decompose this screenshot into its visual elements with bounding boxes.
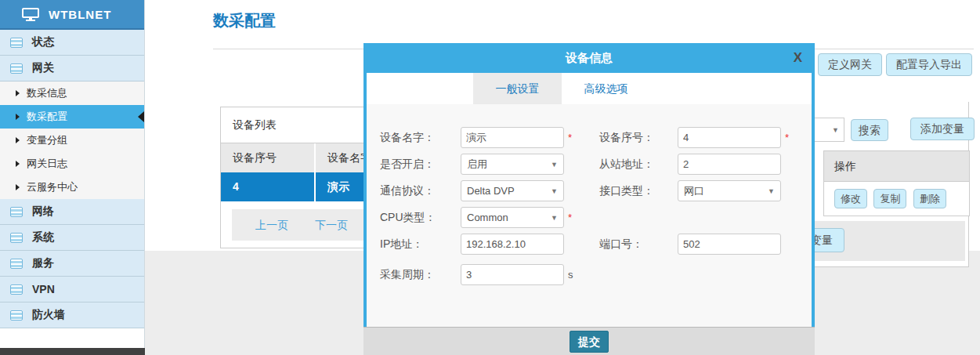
caret-right-icon: [16, 184, 20, 190]
cpu-type-select[interactable]: Common ▼: [461, 207, 564, 228]
sidebar-item-label: VPN: [32, 283, 55, 295]
close-icon[interactable]: X: [794, 49, 802, 67]
device-index-input[interactable]: [678, 127, 781, 148]
modal-body: 设备名字： * 设备序号： * 是否开启： 启用 ▼ 从站地址： 通信协议： D…: [367, 104, 812, 327]
table-icon: [10, 233, 23, 243]
sidebar-item-label: 云服务中心: [27, 180, 78, 194]
table-icon: [10, 207, 23, 217]
modal-footer: 提交: [363, 327, 815, 355]
chevron-down-icon: ▼: [768, 188, 775, 195]
interface-type-select[interactable]: 网口 ▼: [678, 180, 781, 201]
modify-button[interactable]: 修改: [834, 189, 867, 208]
sidebar-bottom-bar: [0, 348, 145, 355]
search-button[interactable]: 搜索: [851, 119, 888, 141]
table-row: 修改 复制 删除: [823, 182, 970, 216]
app-window: WTBLNET 状态 网关 数采信息 数采配置 变量分组 网关日志: [0, 0, 980, 355]
next-page-link[interactable]: 下一页: [315, 219, 348, 231]
sidebar-item-data-config[interactable]: 数采配置: [0, 105, 144, 129]
chevron-down-icon: ▼: [551, 215, 558, 222]
sidebar: WTBLNET 状态 网关 数采信息 数采配置 变量分组 网关日志: [0, 0, 145, 355]
sidebar-item-label: 变量分组: [27, 133, 67, 147]
device-name-label: 设备名字：: [380, 127, 460, 148]
chevron-down-icon: ▼: [832, 126, 839, 134]
define-gateway-button[interactable]: 定义网关: [818, 53, 882, 76]
table-icon: [10, 284, 23, 295]
required-marker: *: [785, 127, 793, 148]
submit-button[interactable]: 提交: [570, 331, 609, 353]
collect-period-input[interactable]: [461, 264, 564, 285]
interface-type-select-value: 网口: [684, 185, 704, 197]
operations-table: 操作 修改 复制 删除: [823, 150, 970, 216]
sidebar-item-service[interactable]: 服务: [0, 251, 144, 277]
collect-period-label: 采集周期：: [380, 264, 460, 285]
sidebar-item-firewall[interactable]: 防火墙: [0, 302, 144, 328]
sidebar-item-label: 数采信息: [27, 86, 67, 100]
device-index-label: 设备序号：: [599, 127, 679, 148]
ip-address-input[interactable]: [461, 234, 564, 255]
device-info-modal: 设备信息 X 一般设置 高级选项 设备名字： * 设备序号： * 是否开启： 启…: [363, 43, 815, 355]
copy-button[interactable]: 复制: [873, 189, 906, 208]
port-label: 端口号：: [599, 234, 679, 255]
sidebar-item-gateway-log[interactable]: 网关日志: [0, 152, 144, 176]
table-icon: [10, 38, 23, 48]
sidebar-item-vpn[interactable]: VPN: [0, 277, 144, 302]
sidebar-item-label: 网络: [32, 205, 54, 219]
ip-address-label: IP地址：: [380, 234, 460, 255]
sidebar-item-label: 服务: [32, 256, 54, 270]
sidebar-item-label: 系统: [32, 230, 54, 245]
sidebar-item-label: 状态: [32, 35, 54, 49]
sidebar-item-status[interactable]: 状态: [0, 30, 144, 56]
column-header-device-index: 设备序号: [221, 143, 314, 172]
sidebar-item-label: 网关: [32, 61, 54, 75]
prev-page-link[interactable]: 上一页: [255, 219, 288, 231]
table-icon: [10, 259, 23, 269]
caret-right-icon: [16, 114, 20, 120]
tab-advanced-options[interactable]: 高级选项: [562, 73, 650, 104]
sidebar-item-variable-group[interactable]: 变量分组: [0, 129, 144, 152]
operations-column-header: 操作: [823, 150, 970, 182]
table-icon: [10, 63, 23, 74]
slave-address-input[interactable]: [678, 154, 781, 175]
page-title: 数采配置: [213, 10, 276, 31]
caret-right-icon: [16, 161, 20, 167]
enabled-select[interactable]: 启用 ▼: [461, 154, 564, 175]
modal-tabs: 一般设置 高级选项: [367, 73, 812, 104]
sidebar-item-gateway[interactable]: 网关: [0, 56, 144, 82]
sidebar-item-label: 数采配置: [27, 110, 67, 124]
device-name-input[interactable]: [461, 127, 564, 148]
protocol-select[interactable]: Delta DVP ▼: [461, 180, 564, 201]
sidebar-item-network[interactable]: 网络: [0, 199, 144, 225]
cell-device-index: 4: [221, 172, 314, 201]
chevron-down-icon: ▼: [551, 188, 558, 195]
brand-name: WTBLNET: [49, 8, 111, 21]
monitor-icon: [22, 8, 39, 21]
seconds-unit-label: s: [568, 264, 573, 285]
enabled-label: 是否开启：: [380, 154, 460, 175]
sidebar-item-system[interactable]: 系统: [0, 225, 144, 251]
sidebar-item-label: 防火墙: [32, 308, 65, 322]
required-marker: *: [568, 127, 576, 148]
protocol-label: 通信协议：: [380, 180, 460, 201]
port-input[interactable]: [678, 234, 781, 255]
tab-general-settings[interactable]: 一般设置: [473, 73, 562, 104]
delete-button[interactable]: 删除: [913, 189, 946, 208]
brand-header: WTBLNET: [0, 0, 144, 30]
sidebar-item-data-info[interactable]: 数采信息: [0, 82, 144, 105]
enabled-select-value: 启用: [467, 158, 487, 170]
config-import-export-button[interactable]: 配置导入导出: [886, 53, 972, 76]
table-icon: [10, 310, 23, 321]
modal-title: 设备信息: [363, 43, 815, 73]
cpu-type-label: CPU类型：: [380, 207, 460, 228]
protocol-select-value: Delta DVP: [467, 185, 515, 197]
cpu-type-select-value: Common: [467, 212, 508, 223]
sidebar-item-cloud-center[interactable]: 云服务中心: [0, 176, 144, 199]
interface-type-label: 接口类型：: [599, 180, 679, 201]
slave-address-label: 从站地址：: [599, 154, 679, 175]
chevron-down-icon: ▼: [551, 161, 558, 168]
required-marker: *: [568, 207, 576, 228]
modal-header: 设备信息 X: [363, 43, 815, 73]
sidebar-item-label: 网关日志: [27, 157, 67, 171]
add-variable-button[interactable]: 添加变量: [910, 118, 975, 140]
selected-notch-icon: [138, 111, 144, 122]
caret-right-icon: [16, 90, 20, 96]
